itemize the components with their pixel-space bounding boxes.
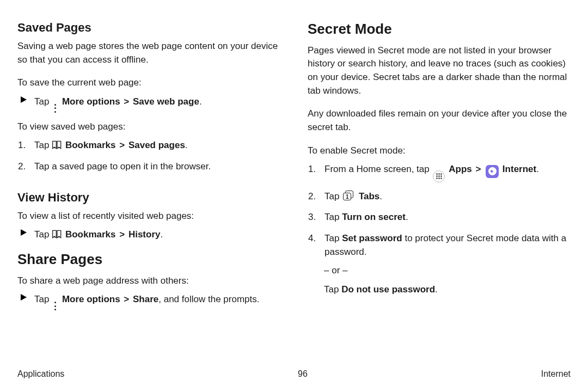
text: Tap [34, 96, 49, 107]
to-save-lead: To save the current web page: [17, 76, 280, 90]
page-footer: Applications 96 Internet [17, 367, 571, 380]
heading-saved-pages: Saved Pages [17, 19, 280, 36]
footer-right: Internet [541, 367, 571, 380]
text: . [435, 284, 438, 295]
text: , and follow the prompts. [158, 294, 259, 304]
heading-share-pages: Share Pages [17, 249, 280, 270]
history-step: Tap Bookmarks > History. [17, 228, 280, 242]
text: Tap [324, 284, 341, 295]
bookmarks-label: Bookmarks [65, 140, 116, 150]
text: Tap [34, 229, 49, 240]
text: Tap [324, 212, 342, 222]
save-step: Tap More options > Save web page. [17, 95, 280, 113]
heading-view-history: View History [17, 189, 280, 206]
tabs-label: Tabs [359, 191, 379, 201]
heading-secret-mode: Secret Mode [308, 19, 571, 40]
list-number: 4. [308, 232, 319, 246]
text: . [406, 212, 408, 222]
secret-step-1: 1. From a Home screen, tap Apps > Intern… [308, 163, 571, 182]
view-step-2: 2. Tap a saved page to open it in the br… [17, 160, 280, 174]
footer-page-number: 96 [298, 367, 308, 380]
page-columns: Saved Pages Saving a web page stores the… [17, 19, 571, 357]
text: Tap [34, 294, 49, 304]
saved-pages-desc: Saving a web page stores the web page co… [17, 40, 280, 66]
apps-label: Apps [449, 164, 472, 174]
right-column: Secret Mode Pages viewed in Secret mode … [308, 19, 571, 357]
share-pages-lead: To share a web page address with others: [17, 274, 280, 288]
footer-left: Applications [17, 367, 64, 380]
triangle-bullet-icon [18, 95, 29, 103]
secret-step-3: 3. Tap Turn on secret. [308, 211, 571, 224]
left-column: Saved Pages Saving a web page stores the… [17, 19, 280, 357]
text: . [379, 191, 382, 201]
triangle-bullet-icon [18, 228, 29, 236]
or-separator: – or – [308, 264, 571, 278]
secret-step-4: 4. Tap Set password to protect your Secr… [308, 232, 571, 259]
to-view-lead: To view saved web pages: [17, 120, 280, 134]
text: Tap a saved page to open it in the brows… [34, 160, 280, 174]
apps-icon [433, 170, 445, 182]
view-step-1: 1. Tap Bookmarks > Saved pages. [17, 139, 280, 152]
set-password-label: Set password [342, 233, 402, 243]
share-step: Tap More options > Share, and follow the… [17, 293, 280, 310]
internet-label: Internet [503, 164, 536, 174]
tabs-icon: 1 [343, 191, 355, 201]
view-history-lead: To view a list of recently visited web p… [17, 210, 280, 223]
share-label: Share [133, 294, 158, 304]
list-number: 2. [18, 160, 29, 174]
breadcrumb-sep: > [124, 293, 129, 307]
internet-icon [486, 165, 499, 178]
turn-on-secret-label: Turn on secret [342, 212, 406, 222]
breadcrumb-sep: > [119, 139, 125, 152]
more-options-label: More options [62, 96, 120, 107]
text: . [199, 96, 202, 107]
do-not-use-password-label: Do not use password [341, 284, 435, 295]
text: From a Home screen, tap [324, 164, 430, 174]
saved-pages-label: Saved pages [128, 140, 185, 150]
secret-mode-p2: Any downloaded files remain on your devi… [308, 107, 571, 134]
text: . [536, 164, 539, 174]
breadcrumb-sep: > [475, 163, 481, 176]
secret-step-alt: Tap Do not use password. [308, 283, 571, 297]
more-options-icon [52, 302, 58, 310]
secret-mode-p1: Pages viewed in Secret mode are not list… [308, 44, 571, 98]
text: Tap [324, 233, 342, 243]
breadcrumb-sep: > [124, 95, 129, 109]
text: . [160, 229, 163, 240]
list-number: 1. [308, 163, 319, 176]
list-number: 2. [308, 190, 319, 204]
bookmarks-icon [52, 140, 63, 150]
secret-step-2: 2. Tap 1 Tabs. [308, 190, 571, 204]
text: Tap [324, 191, 339, 201]
more-options-icon [52, 104, 58, 113]
text: Tap [34, 140, 49, 150]
text: . [185, 140, 188, 150]
bookmarks-icon [52, 229, 63, 240]
list-number: 1. [18, 139, 29, 152]
more-options-label: More options [62, 294, 120, 304]
save-web-page-label: Save web page [133, 96, 199, 107]
history-label: History [128, 229, 161, 240]
bookmarks-label: Bookmarks [65, 229, 116, 240]
enable-secret-lead: To enable Secret mode: [308, 144, 571, 158]
list-number: 3. [308, 211, 319, 224]
breadcrumb-sep: > [119, 228, 125, 242]
triangle-bullet-icon [18, 293, 29, 301]
